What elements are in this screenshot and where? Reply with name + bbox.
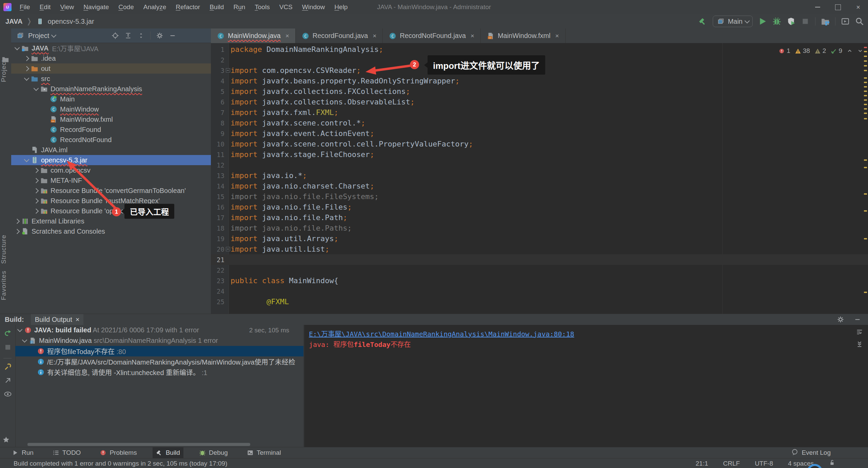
close-icon[interactable]: × [76,316,80,324]
build-message-row[interactable]: /E:/万事屋/JAVA/src/DomainNameRankingAnalys… [15,356,303,367]
tab-recordfound.java[interactable]: CRecordFound.java× [296,28,383,43]
expand-all-icon[interactable] [124,32,132,39]
code-line-8[interactable]: 8import javafx.scene.control.*; [211,118,868,128]
toolwindow-debug[interactable]: Debug [196,447,231,459]
close-tab-icon[interactable]: × [373,32,376,40]
minimize-icon[interactable] [169,32,176,39]
tree-item-recordnotfound[interactable]: CRecordNotFound [11,135,211,145]
gear-icon[interactable] [156,32,163,39]
modules-icon[interactable] [821,17,830,26]
tree-item-.idea[interactable]: .idea [11,53,211,63]
menu-build[interactable]: Build [205,0,228,14]
tree-item-resource-bundle-opencsv-[interactable]: Resource Bundle 'opencsv' [11,206,211,216]
warning-mark[interactable] [864,167,867,168]
code-line-21[interactable]: 21 [211,254,868,265]
toolwindow-terminal[interactable]: Terminal [243,447,284,459]
menu-view[interactable]: View [56,0,78,14]
code-line-17[interactable]: 17import java.nio.file.Path; [211,212,868,223]
code-line-13[interactable]: 13import java.io.*; [211,170,868,181]
build-message-row[interactable]: JMainWindow.java src\DomainNameRankingAn… [15,335,303,346]
wrench-icon[interactable] [4,363,12,371]
code-line-20[interactable]: 20−import java.util.List; [211,244,868,254]
code-line-11[interactable]: 11import javafx.stage.FileChooser; [211,149,868,160]
menu-run[interactable]: Run [229,0,249,14]
chevron-right-icon[interactable] [32,189,40,193]
warning-mark[interactable] [864,99,867,101]
warning-mark[interactable] [864,193,867,195]
chevron-down-icon[interactable] [23,78,30,80]
warning-mark[interactable] [864,82,867,83]
panel-divider[interactable] [303,325,304,447]
toolwindow-run[interactable]: Run [8,447,37,459]
inspection-warn[interactable]: 38 [795,47,810,55]
code-line-1[interactable]: 1package DomainNameRankingAnalysis; [211,44,868,55]
error-mark[interactable] [864,47,867,48]
chevron-down-icon[interactable] [21,339,28,342]
horizontal-scrollbar[interactable] [27,443,250,446]
folder-icon[interactable] [2,56,9,64]
tree-item-resource-bundle-convertgermantoboolean-[interactable]: Resource Bundle 'convertGermanToBoolean' [11,186,211,196]
coverage-icon[interactable] [787,17,795,26]
warning-mark[interactable] [864,118,867,119]
tree-item-com.opencsv[interactable]: com.opencsv [11,165,211,175]
code-line-4[interactable]: 4import javafx.beans.property.ReadOnlySt… [211,76,868,86]
tree-item-external-libraries[interactable]: External Libraries [11,216,211,226]
build-message-row[interactable]: 有关详细信息, 请使用 -Xlint:unchecked 重新编译。 :1 [15,367,303,377]
inspection-err-dot[interactable]: 1 [778,47,790,55]
warning-mark[interactable] [864,95,867,96]
chevron-down-icon[interactable] [32,88,40,90]
stripe-favorites-tab[interactable]: Favorites [0,269,11,302]
warning-mark[interactable] [864,238,867,239]
code-line-6[interactable]: 6import javafx.collections.ObservableLis… [211,97,868,107]
warning-mark[interactable] [864,108,867,110]
chevron-right-icon[interactable] [13,219,21,223]
menu-analyze[interactable]: Analyze [139,0,171,14]
chevron-down-icon[interactable] [23,159,30,161]
fold-marker-icon[interactable]: − [225,247,231,251]
close-window-icon[interactable]: × [850,0,866,14]
line-separator[interactable]: CRLF [723,460,740,467]
code-line-23[interactable]: 23public class MainWindow{ [211,275,868,286]
stop-icon[interactable] [4,343,12,351]
menu-edit[interactable]: Edit [36,0,55,14]
menu-window[interactable]: Window [298,0,329,14]
chevron-down-icon[interactable] [16,329,23,331]
warning-mark[interactable] [864,113,867,114]
error-file-link[interactable]: E:\万事屋\JAVA\src\DomainNameRankingAnalysi… [309,329,863,339]
file-encoding[interactable]: UTF-8 [755,460,773,467]
arrow-up-right-icon[interactable] [4,376,12,385]
inspection-warn-dim[interactable]: 2 [814,47,826,55]
warning-mark[interactable] [864,292,867,293]
tree-item-mainwindow[interactable]: CMainWindow [11,104,211,114]
menu-tools[interactable]: Tools [251,0,274,14]
code-line-12[interactable]: 12 [211,160,868,170]
warning-mark[interactable] [864,159,867,161]
tree-item-opencsv-5.3.jar[interactable]: opencsv-5.3.jar [11,155,211,165]
chevron-right-icon[interactable] [13,230,21,233]
code-line-9[interactable]: 9import javafx.event.ActionEvent; [211,128,868,139]
tree-item-main[interactable]: CMain [11,94,211,104]
chevron-down-icon[interactable] [51,32,57,38]
inspection-widget[interactable]: 13829 [776,46,863,56]
tree-item-recordfound[interactable]: CRecordFound [11,124,211,135]
readonly-lock-icon[interactable] [829,459,835,468]
chevron-right-icon[interactable] [32,169,40,172]
warning-mark[interactable] [864,77,867,79]
chev-dn-icon[interactable] [857,48,863,54]
build-message-row[interactable]: 程序包fileToday不存在 :80 [15,346,303,356]
menu-navigate[interactable]: Navigate [79,0,113,14]
run-configuration-select[interactable]: Main [713,16,753,27]
code-line-24[interactable]: 24 [211,286,868,296]
eye-icon[interactable] [4,390,12,398]
tree-item-scratches-and-consoles[interactable]: Scratches and Consoles [11,226,211,236]
warning-mark[interactable] [864,210,867,212]
code-line-19[interactable]: 19import java.util.Arrays; [211,233,868,244]
tree-item-domainnamerankinganalysis[interactable]: DomainNameRankingAnalysis [11,84,211,94]
inspection-check[interactable]: 9 [830,47,842,55]
tree-item-mainwindow.fxml[interactable]: <>MainWindow.fxml [11,114,211,124]
close-tab-icon[interactable]: × [285,32,289,40]
caret-position[interactable]: 21:1 [696,460,708,467]
close-tab-icon[interactable]: × [555,32,559,40]
code-line-16[interactable]: 16import java.nio.file.Files; [211,202,868,212]
warning-mark[interactable] [864,70,867,71]
